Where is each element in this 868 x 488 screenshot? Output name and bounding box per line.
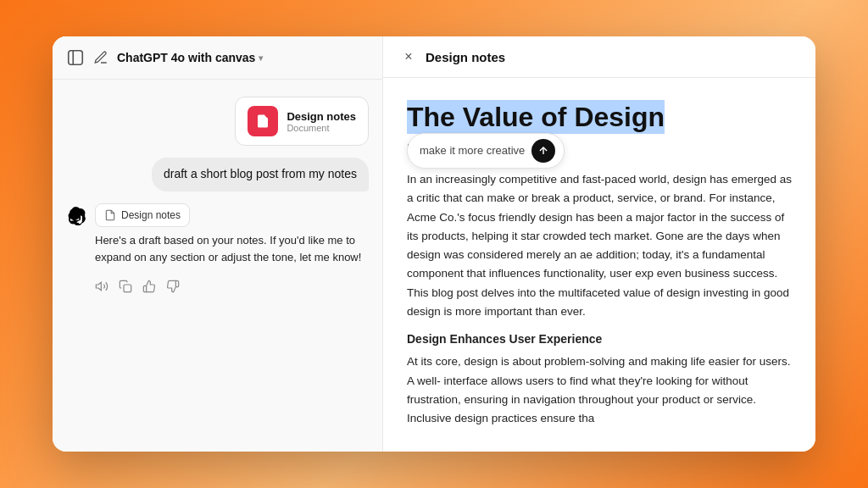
doc-icon-wrap [248,106,278,136]
doc-paragraph-2: At its core, design is about problem-sol… [407,352,792,428]
ai-doc-ref-label: Design notes [121,209,181,221]
inline-edit-tooltip: make it more creative [407,133,565,169]
thumbs-down-icon[interactable] [166,280,180,297]
doc-type: Document [287,123,356,133]
doc-title-wrap: The Value of Design [407,102,792,133]
chat-area: Design notes Document draft a short blog… [53,80,382,452]
ai-response-text: Here's a draft based on your notes. If y… [95,232,369,266]
svg-rect-5 [124,285,131,292]
doc-attachment-bubble: Design notes Document [235,97,369,146]
inline-tooltip-text: make it more creative [420,144,525,157]
doc-body: In an increasingly competitive and fast-… [407,170,792,428]
thumbs-up-icon[interactable] [142,280,156,297]
right-panel: × Design notes The Value of Design make … [383,36,815,452]
doc-section-heading: Design Enhances User Experience [407,330,792,349]
user-message-text: draft a short blog post from my notes [164,167,357,180]
sidebar-icon[interactable] [66,48,85,67]
doc-info: Design notes Document [287,110,356,133]
model-selector[interactable]: ChatGPT 4o with canvas ▾ [117,51,263,64]
ai-row: Design notes Here's a draft based on you… [66,203,369,266]
ai-response: Design notes Here's a draft based on you… [66,203,369,297]
user-message-bubble: draft a short blog post from my notes [152,158,369,191]
inline-edit-wrap: make it more creative Introduction [407,140,792,158]
ai-content: Design notes Here's a draft based on you… [95,203,369,266]
chevron-down-icon: ▾ [259,53,263,63]
doc-title: Design notes [287,110,356,123]
right-panel-title: Design notes [426,50,505,64]
app-window: ChatGPT 4o with canvas ▾ Design notes [53,36,815,452]
ai-doc-ref: Design notes [95,203,190,227]
close-button[interactable]: × [400,48,417,65]
left-header: ChatGPT 4o with canvas ▾ [53,36,382,80]
send-up-icon [537,145,549,157]
speaker-icon[interactable] [95,280,108,297]
ai-actions [66,280,369,297]
doc-content: The Value of Design make it more creativ… [383,78,815,452]
left-panel: ChatGPT 4o with canvas ▾ Design notes [53,36,383,452]
doc-ref-icon [104,209,116,221]
doc-main-title: The Value of Design [407,100,665,134]
svg-marker-4 [96,282,101,290]
doc-paragraph-1: In an increasingly competitive and fast-… [407,170,792,321]
model-label: ChatGPT 4o with canvas [117,51,255,64]
svg-rect-0 [69,51,83,65]
copy-icon[interactable] [119,280,132,297]
ai-avatar [66,205,88,227]
edit-icon[interactable] [93,50,108,65]
inline-tooltip-send-btn[interactable] [531,139,555,163]
right-header: × Design notes [383,36,815,78]
doc-file-icon [255,114,270,129]
